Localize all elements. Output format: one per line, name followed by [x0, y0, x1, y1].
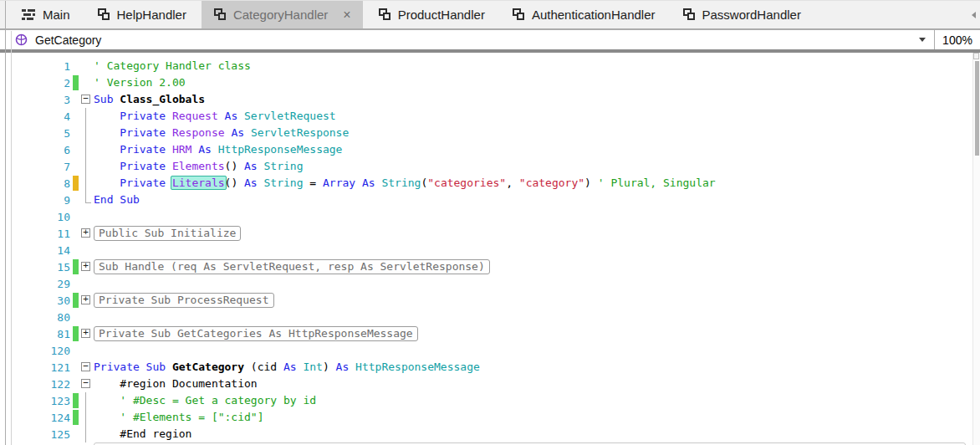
- fold-cell: [80, 409, 94, 426]
- code-line: 4 Private Request As ServletRequest: [0, 108, 980, 125]
- code-token: [94, 411, 120, 423]
- code-line: 125 #End region: [0, 426, 980, 442]
- indent-guide: [85, 409, 86, 426]
- indent-guide: [85, 158, 86, 175]
- indent-guide: [85, 125, 86, 141]
- tab-helphandler[interactable]: HelpHandler: [85, 1, 198, 28]
- change-bar-saved: [73, 259, 79, 274]
- code-token: [94, 176, 120, 189]
- code-line: 3−Sub Class_Globals: [0, 91, 980, 108]
- code-text[interactable]: Public Sub Initialize: [94, 225, 980, 242]
- code-token: Private: [120, 110, 166, 122]
- zoom-level-control[interactable]: 100%: [935, 33, 980, 47]
- code-text[interactable]: Private Literals() As String = Array As …: [94, 175, 980, 192]
- tab-label: Main: [43, 8, 70, 22]
- change-bar-cell: [70, 409, 80, 426]
- fold-cell: +: [80, 292, 94, 309]
- code-editor[interactable]: 1' Category Handler class2' Version 2.00…: [0, 53, 980, 445]
- code-text[interactable]: ' #Elements = [":cid"]: [94, 409, 980, 426]
- code-token: [94, 394, 120, 407]
- tab-main[interactable]: Main: [10, 1, 82, 28]
- change-bar-cell: [70, 58, 80, 74]
- fold-plus-icon[interactable]: +: [81, 329, 90, 338]
- collapsed-region-box[interactable]: Public Sub Initialize: [94, 226, 241, 241]
- code-token: [166, 126, 172, 139]
- scrollbar-thumb[interactable]: [975, 61, 979, 156]
- code-token: =: [304, 176, 323, 189]
- code-token: HttpResponseMessage: [218, 143, 343, 156]
- fold-cell: [80, 342, 94, 359]
- vertical-scrollbar[interactable]: [972, 53, 980, 445]
- indent-guide: [85, 175, 86, 192]
- code-token: As: [336, 361, 350, 373]
- member-nav-row: GetCategory 100%: [0, 30, 980, 53]
- code-text[interactable]: Private Request As ServletRequest: [94, 108, 980, 125]
- fold-cell: [80, 392, 94, 409]
- tab-authenticationhandler[interactable]: AuthenticationHandler: [500, 1, 667, 28]
- fold-minus-icon[interactable]: −: [81, 379, 90, 388]
- indent-guide: [85, 108, 86, 125]
- code-line: 1' Category Handler class: [0, 58, 980, 74]
- code-text[interactable]: #region Documentation: [94, 376, 980, 392]
- code-token: Private: [120, 126, 166, 139]
- fold-plus-icon[interactable]: +: [81, 228, 90, 238]
- change-bar-cell: [70, 309, 80, 325]
- change-bar-cell: [70, 91, 80, 108]
- tab-passwordhandler[interactable]: PasswordHandler: [671, 1, 813, 28]
- collapsed-region-box[interactable]: Private Sub GetCategories As HttpRespons…: [94, 326, 418, 341]
- collapsed-region-box[interactable]: Private Sub ProcessRequest: [94, 293, 274, 308]
- code-token: [94, 110, 120, 122]
- code-token: [258, 160, 264, 172]
- tab-scroll-left-icon[interactable]: [972, 12, 976, 18]
- change-bar-cell: [70, 258, 80, 275]
- fold-minus-icon[interactable]: −: [81, 95, 90, 104]
- code-token: GetCategory: [172, 361, 244, 373]
- change-bar-cell: [70, 426, 80, 442]
- change-bar-cell: [70, 158, 80, 175]
- code-text[interactable]: ' Version 2.00: [94, 74, 980, 91]
- collapsed-region-box[interactable]: Sub Handle (req As ServletRequest, resp …: [94, 259, 490, 274]
- code-text[interactable]: Private Response As ServletResponse: [94, 125, 980, 141]
- code-text[interactable]: ' Category Handler class: [94, 58, 980, 74]
- code-token: ' #Desc = Get a category by id: [120, 394, 316, 407]
- code-token: String: [264, 176, 304, 189]
- code-text[interactable]: Private Elements() As String: [94, 158, 980, 175]
- tab-close-icon[interactable]: ×: [343, 8, 350, 22]
- code-token: (): [225, 176, 244, 189]
- change-bar-cell: [70, 125, 80, 141]
- code-text[interactable]: Private Sub GetCategories As HttpRespons…: [94, 325, 980, 342]
- code-token: ,: [506, 176, 519, 189]
- tab-label: AuthenticationHandler: [532, 8, 656, 22]
- chevron-down-icon[interactable]: [919, 38, 926, 42]
- code-text[interactable]: Sub Class_Globals: [94, 91, 980, 108]
- code-text[interactable]: Private Sub GetCategory (cid As Int) As …: [94, 359, 980, 376]
- code-text[interactable]: End Sub: [94, 192, 980, 208]
- code-text[interactable]: Sub Handle (req As ServletRequest, resp …: [94, 258, 980, 275]
- scrollbar-splitter-grip[interactable]: [973, 53, 979, 59]
- code-text[interactable]: Private HRM As HttpResponseMessage: [94, 141, 980, 158]
- code-token: [258, 176, 264, 189]
- code-token: [166, 361, 172, 373]
- code-text[interactable]: #End region: [94, 426, 980, 442]
- code-line: 8 Private Literals() As String = Array A…: [0, 175, 980, 192]
- tab-producthandler[interactable]: ProductHandler: [366, 1, 497, 28]
- code-token: As: [362, 176, 375, 189]
- code-text[interactable]: ' #Desc = Get a category by id: [94, 392, 980, 409]
- fold-plus-icon[interactable]: +: [81, 262, 90, 271]
- fold-cell: +: [80, 225, 94, 242]
- code-token: ): [584, 176, 598, 189]
- code-token: "category": [519, 176, 584, 189]
- class-icon: [97, 8, 110, 21]
- change-bar-cell: [70, 376, 80, 392]
- code-token: Private: [120, 143, 166, 156]
- code-line: 122− #region Documentation: [0, 376, 980, 392]
- tab-categoryhandler[interactable]: CategoryHandler×: [202, 1, 363, 28]
- fold-cell: [80, 192, 94, 208]
- fold-plus-icon[interactable]: +: [81, 295, 90, 304]
- window-left-border: [5, 1, 6, 445]
- fold-minus-icon[interactable]: −: [81, 362, 90, 371]
- ide-window: MainHelpHandlerCategoryHandler×ProductHa…: [0, 0, 980, 445]
- code-text[interactable]: Private Sub ProcessRequest: [94, 292, 980, 309]
- member-dropdown[interactable]: GetCategory: [0, 30, 934, 49]
- code-token: [355, 176, 362, 189]
